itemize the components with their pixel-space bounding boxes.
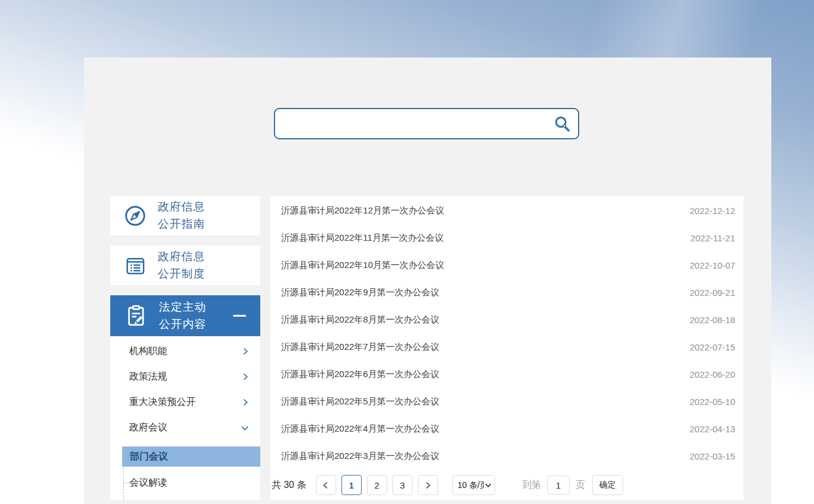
table-row: 沂源县审计局2022年10月第一次办公会议 2022-10-07 (270, 251, 743, 279)
menu-item-label: 重大决策预公开 (129, 396, 196, 409)
sidebar-item-statutory-disclosure[interactable]: 法定主动 公开内容 (110, 295, 260, 336)
sidebar-item-label: 法定主动 公开内容 (159, 299, 206, 333)
page-button-3[interactable]: 3 (392, 475, 413, 495)
page-size-select-wrap: 10 条/页 (452, 475, 495, 495)
table-row: 沂源县审计局2022年4月第一次办公会议 2022-04-13 (270, 415, 743, 442)
list-item-date: 2022-07-15 (689, 342, 735, 352)
list-item-link[interactable]: 沂源县审计局2022年9月第一次办公会议 (281, 287, 439, 298)
chevron-right-icon (241, 398, 249, 406)
menu-item-label: 政府会议 (129, 422, 167, 434)
search-bar (274, 108, 579, 139)
table-row: 沂源县审计局2022年11月第一次办公会议 2022-11-21 (270, 224, 743, 251)
chevron-left-icon (322, 481, 330, 489)
list-item-date: 2022-09-21 (689, 288, 735, 298)
content-panel: 政府信息 公开指南 政府信息 公开制度 (84, 58, 771, 504)
list-item-date: 2022-12-12 (689, 206, 735, 216)
pagination-bar: 共 30 条 1 2 3 10 条/页 (270, 475, 743, 495)
submenu-item-department-meetings[interactable]: 部门会议 (122, 446, 260, 467)
page-button-1[interactable]: 1 (341, 475, 362, 495)
total-count-label: 共 30 条 (272, 479, 307, 492)
sidebar: 政府信息 公开指南 政府信息 公开制度 (110, 196, 260, 500)
menu-item-label: 机构职能 (129, 345, 167, 358)
table-row: 沂源县审计局2022年8月第一次办公会议 2022-08-18 (270, 306, 743, 333)
list-item-date: 2022-10-07 (689, 260, 735, 270)
list-item-date: 2022-08-18 (689, 315, 735, 325)
table-row: 沂源县审计局2022年9月第一次办公会议 2022-09-21 (270, 279, 743, 306)
goto-page-label: 到第 (522, 479, 541, 492)
list-item-link[interactable]: 沂源县审计局2022年3月第一次办公会议 (281, 451, 439, 462)
list-item-date: 2022-04-13 (689, 424, 735, 434)
tree-dash-connector (123, 483, 129, 483)
page-size-select[interactable]: 10 条/页 (452, 475, 495, 495)
clipboard-pen-icon (123, 304, 148, 328)
next-page-button[interactable] (418, 475, 438, 495)
submenu-item-meeting-interpretation[interactable]: 会议解读 (110, 471, 260, 494)
table-row: 沂源县审计局2022年12月第一次办公会议 2022-12-12 (270, 197, 743, 224)
chevron-right-icon (424, 481, 432, 489)
sidebar-item-gov-info-guide[interactable]: 政府信息 公开指南 (110, 196, 260, 235)
meeting-list-panel: 沂源县审计局2022年12月第一次办公会议 2022-12-12 沂源县审计局2… (270, 196, 743, 500)
prev-page-button[interactable] (316, 475, 336, 495)
page-button-2[interactable]: 2 (367, 475, 387, 495)
menu-item-major-decisions[interactable]: 重大决策预公开 (110, 390, 260, 415)
search-input[interactable] (275, 109, 553, 138)
list-item-link[interactable]: 沂源县审计局2022年11月第一次办公会议 (281, 232, 443, 244)
collapse-minus-icon[interactable] (233, 315, 246, 317)
list-item-date: 2022-03-15 (689, 451, 735, 461)
menu-item-policies[interactable]: 政策法规 (110, 364, 260, 390)
table-row: 沂源县审计局2022年6月第一次办公会议 2022-06-20 (270, 361, 743, 388)
table-row: 沂源县审计局2022年7月第一次办公会议 2022-07-15 (270, 333, 743, 361)
list-item-date: 2022-05-10 (689, 397, 735, 407)
list-item-link[interactable]: 沂源县审计局2022年12月第一次办公会议 (281, 205, 444, 216)
page-unit-label: 页 (576, 479, 585, 492)
list-item-date: 2022-06-20 (689, 369, 735, 379)
list-item-link[interactable]: 沂源县审计局2022年6月第一次办公会议 (281, 369, 439, 380)
menu-item-gov-meetings[interactable]: 政府会议 (110, 415, 260, 441)
menu-item-label: 政策法规 (129, 371, 167, 383)
sidebar-item-gov-info-system[interactable]: 政府信息 公开制度 (110, 245, 260, 285)
confirm-button[interactable]: 确定 (592, 475, 623, 495)
list-item-link[interactable]: 沂源县审计局2022年7月第一次办公会议 (281, 342, 439, 353)
notebook-icon (123, 254, 147, 277)
table-row: 沂源县审计局2022年5月第一次办公会议 2022-05-10 (270, 388, 743, 415)
search-icon (553, 115, 571, 133)
table-row: 沂源县审计局2022年3月第一次办公会议 2022-03-15 (270, 442, 743, 470)
sidebar-item-label: 政府信息 公开制度 (158, 248, 205, 282)
list-item-date: 2022-11-21 (690, 233, 735, 243)
chevron-right-icon (241, 373, 249, 381)
chevron-right-icon (241, 347, 249, 355)
list-item-link[interactable]: 沂源县审计局2022年5月第一次办公会议 (281, 396, 439, 407)
compass-icon (123, 204, 147, 228)
chevron-down-icon (241, 424, 249, 432)
list-item-link[interactable]: 沂源县审计局2022年10月第一次办公会议 (281, 260, 444, 271)
sidebar-menu: 机构职能 政策法规 重大决策预公开 政府会议 (110, 336, 260, 500)
goto-page-input[interactable] (547, 476, 570, 495)
sidebar-item-label: 政府信息 公开指南 (158, 199, 205, 232)
menu-item-organization[interactable]: 机构职能 (110, 339, 260, 364)
list-item-link[interactable]: 沂源县审计局2022年8月第一次办公会议 (281, 314, 439, 326)
tree-dash-line (123, 446, 124, 500)
list-item-link[interactable]: 沂源县审计局2022年4月第一次办公会议 (281, 423, 439, 435)
search-button[interactable] (553, 115, 578, 133)
